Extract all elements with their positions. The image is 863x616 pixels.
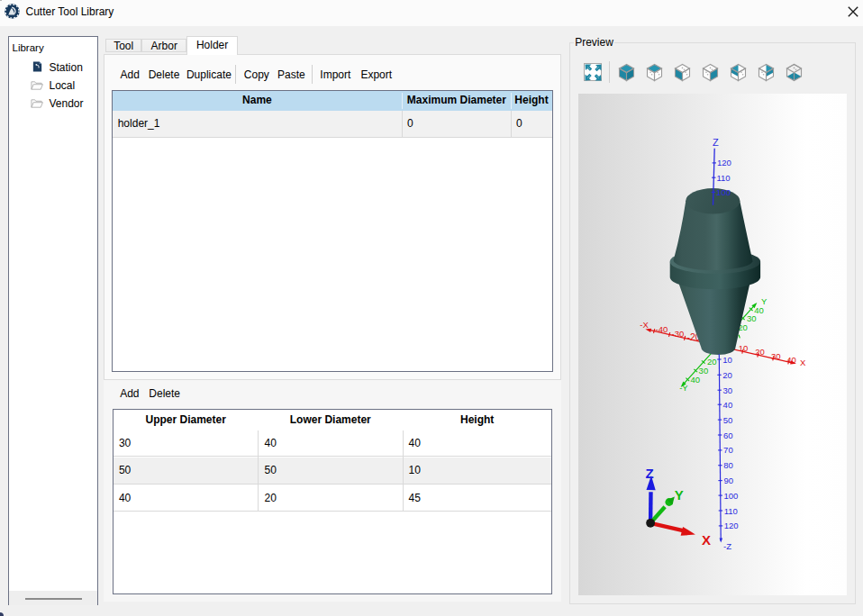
svg-text:10: 10	[739, 343, 749, 353]
svg-text:Z: Z	[646, 466, 654, 481]
svg-text:80: 80	[724, 460, 734, 470]
svg-text:110: 110	[717, 172, 731, 182]
svg-text:30: 30	[747, 313, 757, 323]
svg-text:20: 20	[723, 369, 733, 379]
svg-text:-Y: -Y	[680, 383, 689, 393]
svg-text:20: 20	[756, 347, 766, 357]
svg-text:70: 70	[723, 445, 733, 455]
svg-text:Z: Z	[713, 137, 719, 148]
svg-text:40: 40	[691, 374, 701, 384]
svg-text:40: 40	[723, 399, 733, 409]
svg-text:X: X	[702, 532, 711, 548]
svg-text:100: 100	[724, 490, 739, 500]
svg-text:30: 30	[771, 350, 781, 360]
svg-text:50: 50	[723, 414, 733, 424]
svg-text:Y: Y	[675, 486, 684, 502]
svg-text:120: 120	[724, 521, 739, 530]
svg-text:110: 110	[724, 505, 738, 515]
svg-text:90: 90	[724, 476, 734, 485]
svg-text:120: 120	[717, 158, 731, 168]
svg-text:20: 20	[707, 356, 717, 366]
svg-text:10: 10	[723, 354, 733, 364]
svg-text:X: X	[800, 358, 806, 367]
svg-text:30: 30	[723, 385, 733, 394]
svg-text:-30: -30	[672, 328, 685, 338]
svg-text:-Z: -Z	[723, 540, 731, 550]
svg-text:-X: -X	[640, 320, 650, 330]
svg-text:60: 60	[723, 430, 733, 439]
svg-text:40: 40	[787, 355, 797, 365]
svg-text:-40: -40	[656, 323, 668, 333]
svg-text:30: 30	[699, 366, 709, 376]
svg-text:100: 100	[716, 186, 731, 196]
